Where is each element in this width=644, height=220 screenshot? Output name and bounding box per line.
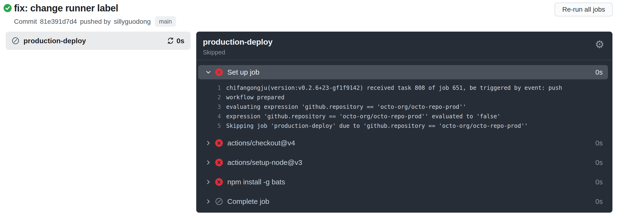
step-name: actions/checkout@v4 (227, 139, 295, 147)
step-duration: 0s (595, 198, 603, 205)
chevron-right-icon[interactable] (205, 198, 212, 204)
x-circle-icon (215, 178, 223, 186)
step-row[interactable]: Complete job0s (198, 194, 608, 208)
step-row[interactable]: Set up job0s (198, 65, 608, 79)
sidebar-job-duration: 0s (176, 37, 184, 45)
rerun-sync-icon[interactable] (167, 37, 174, 44)
log-panel: production-deploy Skipped ⚙ Set up job0s… (196, 32, 612, 213)
skip-circle-icon (12, 37, 19, 45)
log-line: 4expression 'github.repository == 'octo-… (198, 112, 608, 121)
log-line-text: evaluating expression 'github.repository… (226, 102, 466, 112)
log-line: 2workflow prepared (198, 93, 608, 102)
chevron-right-icon[interactable] (205, 159, 212, 166)
log-line-number[interactable]: 5 (198, 121, 221, 131)
step-log: 1chifangongju(version:v0.2.6+23-gf1f9142… (198, 83, 608, 131)
step-name: Set up job (227, 68, 259, 76)
step-row[interactable]: npm install -g bats0s (198, 175, 608, 189)
log-line-number[interactable]: 1 (198, 83, 221, 93)
sidebar-job-name: production-deploy (24, 37, 86, 45)
gear-icon[interactable]: ⚙ (593, 38, 606, 51)
log-line-text: Skipping job 'production-deploy' due to … (226, 121, 528, 131)
step-name: Complete job (227, 197, 269, 205)
step-duration: 0s (595, 68, 603, 76)
run-title: fix: change runner label (14, 3, 118, 13)
step-duration: 0s (595, 159, 603, 166)
log-line-number[interactable]: 3 (198, 102, 221, 112)
pushed-by-label: pushed by (80, 18, 110, 26)
log-line-number[interactable]: 4 (198, 112, 221, 121)
branch-badge[interactable]: main (155, 16, 176, 27)
step-row[interactable]: actions/checkout@v40s (198, 136, 608, 150)
log-line: 5Skipping job 'production-deploy' due to… (198, 121, 608, 131)
log-panel-header: production-deploy Skipped ⚙ (196, 32, 612, 60)
log-line-text: workflow prepared (226, 93, 284, 102)
commit-line: Commit 81e391d7d4 pushed by sillyguodong… (14, 16, 176, 27)
commit-author-link[interactable]: sillyguodong (114, 18, 151, 26)
x-circle-icon (215, 139, 223, 147)
x-circle-icon (215, 68, 223, 76)
workflow-run-header: fix: change runner label Commit 81e391d7… (4, 3, 176, 27)
step-name: npm install -g bats (227, 178, 285, 186)
log-line-text: chifangongju(version:v0.2.6+23-gf1f9142)… (226, 83, 562, 93)
log-line: 3evaluating expression 'github.repositor… (198, 102, 608, 112)
commit-sha-link[interactable]: 81e391d7d4 (40, 18, 77, 26)
chevron-down-icon[interactable] (205, 69, 212, 75)
x-circle-icon (215, 159, 223, 166)
rerun-all-jobs-button[interactable]: Re-run all jobs (554, 3, 613, 16)
step-list: Set up job0s1chifangongju(version:v0.2.6… (196, 60, 612, 208)
step-duration: 0s (595, 139, 603, 147)
panel-job-status: Skipped (203, 49, 606, 56)
sidebar-job-production-deploy[interactable]: production-deploy 0s (6, 32, 190, 50)
step-duration: 0s (595, 178, 603, 186)
log-line-number[interactable]: 2 (198, 93, 221, 102)
commit-label: Commit (14, 18, 37, 26)
panel-job-title: production-deploy (203, 37, 606, 47)
success-check-icon (4, 4, 12, 12)
chevron-right-icon[interactable] (205, 179, 212, 185)
step-row[interactable]: actions/setup-node@v30s (198, 155, 608, 170)
step-name: actions/setup-node@v3 (227, 158, 302, 166)
chevron-right-icon[interactable] (205, 140, 212, 146)
log-line: 1chifangongju(version:v0.2.6+23-gf1f9142… (198, 83, 608, 93)
skip-circle-icon (215, 198, 223, 205)
log-line-text: expression 'github.repository == 'octo-o… (226, 112, 500, 121)
